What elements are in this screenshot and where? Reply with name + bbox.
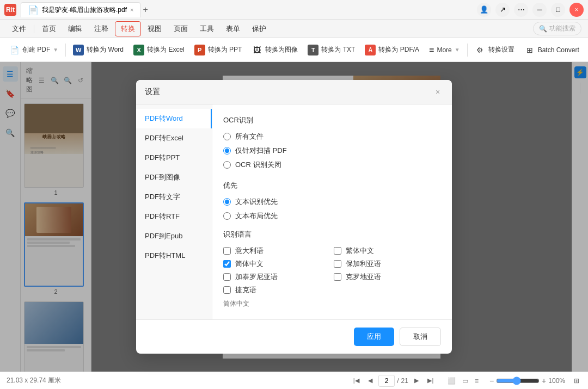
- lang-simp-chinese[interactable]: 简体中文: [223, 259, 330, 269]
- layout-priority-label: 文本布局优先: [235, 211, 278, 221]
- zoom-in-button[interactable]: +: [542, 376, 546, 385]
- menu-bar: 文件 首页 编辑 注释 转换 视图 页面 工具 表单 保护 🔍 功能搜索: [0, 20, 588, 38]
- to-image-button[interactable]: 🖼 转换为图像: [247, 42, 302, 58]
- page-sep: /: [397, 377, 399, 385]
- lang-bulgarian[interactable]: 保加利亚语: [334, 259, 441, 269]
- lang-trad-chinese[interactable]: 繁体中文: [334, 246, 441, 256]
- apply-button[interactable]: 应用: [354, 328, 394, 346]
- menu-convert[interactable]: 转换: [115, 21, 141, 36]
- lang-catalan-checkbox[interactable]: [223, 273, 231, 281]
- menu-file[interactable]: 文件: [7, 22, 32, 36]
- dialog-nav-pdf-to-image[interactable]: PDF到图像: [136, 168, 212, 187]
- lang-croatian-checkbox[interactable]: [334, 273, 341, 281]
- lang-catalan[interactable]: 加泰罗尼亚语: [223, 272, 330, 282]
- cancel-button[interactable]: 取消: [400, 328, 441, 346]
- ocr-all-files[interactable]: 所有文件: [223, 132, 441, 141]
- lang-bulgarian-checkbox[interactable]: [334, 260, 341, 268]
- create-pdf-button[interactable]: 📄 创建 PDF ▼: [4, 42, 63, 58]
- nav-prev-button[interactable]: ◀: [364, 375, 376, 387]
- zoom-controls: − + 100%: [489, 376, 565, 385]
- fit-page-button[interactable]: ⊞: [572, 376, 581, 386]
- dialog-nav-pdf-to-rtf[interactable]: PDF转RTF: [136, 207, 212, 226]
- batch-convert-button[interactable]: ⊞ Batch Convert: [520, 42, 584, 58]
- lang-italian-checkbox[interactable]: [223, 247, 231, 255]
- ocr-off-radio[interactable]: [223, 161, 231, 169]
- ocr-scanned-only[interactable]: 仅针对扫描 PDF: [223, 146, 441, 156]
- menu-view[interactable]: 视图: [142, 22, 167, 36]
- lang-czech-checkbox[interactable]: [223, 286, 231, 294]
- to-excel-button[interactable]: X 转换为 Excel: [129, 42, 189, 58]
- lang-trad-chinese-checkbox[interactable]: [334, 247, 341, 255]
- text-priority-radio[interactable]: [223, 198, 231, 206]
- menu-edit[interactable]: 编辑: [63, 22, 88, 36]
- main-area: ☰ 🔖 💬 🔍 缩略图 ☰ 🔍 🔍 ↺ ↻ 🗑 峨眉山·攻略: [0, 62, 588, 372]
- pdf-icon: 📄: [28, 5, 39, 15]
- to-image-label: 转换为图像: [265, 45, 298, 54]
- lang-simp-chinese-checkbox[interactable]: [223, 260, 231, 268]
- feature-search-label: 功能搜索: [549, 24, 575, 33]
- layout-priority-radio[interactable]: [223, 212, 231, 220]
- maximize-button[interactable]: □: [551, 3, 565, 17]
- nav-last-button[interactable]: ▶|: [425, 375, 437, 387]
- create-pdf-arrow: ▼: [53, 47, 58, 53]
- current-page-input[interactable]: [378, 375, 395, 387]
- ocr-radio-group: 所有文件 仅针对扫描 PDF OCR 识别关闭: [223, 132, 441, 170]
- convert-settings-button[interactable]: ⚙ 转换设置: [470, 42, 519, 58]
- minimize-button[interactable]: ─: [532, 3, 547, 17]
- user-avatar-button[interactable]: 👤: [477, 3, 491, 17]
- ocr-scanned-only-radio[interactable]: [223, 147, 231, 155]
- to-txt-button[interactable]: T 转换为 TXT: [303, 42, 359, 58]
- menu-dots-button[interactable]: ⋯: [514, 3, 528, 17]
- to-ppt-icon: P: [194, 45, 205, 55]
- menu-tools[interactable]: 工具: [194, 22, 219, 36]
- dialog-nav-pdf-to-word[interactable]: PDF转Word: [136, 109, 212, 128]
- dialog-nav-pdf-to-text[interactable]: PDF转文字: [136, 187, 212, 207]
- nav-first-button[interactable]: |◀: [350, 375, 362, 387]
- priority-radio-group: 文本识别优先 文本布局优先: [223, 197, 441, 221]
- new-tab-button[interactable]: +: [143, 5, 148, 15]
- to-word-button[interactable]: W 转换为 Word: [69, 42, 128, 58]
- lang-czech[interactable]: 捷克语: [223, 285, 330, 295]
- ocr-off[interactable]: OCR 识别关闭: [223, 160, 441, 170]
- dialog-nav-pdf-to-html[interactable]: PDF转HTML: [136, 246, 212, 265]
- batch-convert-icon: ⊞: [524, 45, 535, 55]
- app-icon: Rit: [4, 4, 16, 16]
- more-icon: ≡: [429, 45, 434, 55]
- to-pdfa-button[interactable]: A 转换为 PDF/A: [360, 42, 424, 58]
- double-page-button[interactable]: ▭: [460, 376, 470, 386]
- layout-priority[interactable]: 文本布局优先: [223, 211, 441, 221]
- text-recognition-priority[interactable]: 文本识别优先: [223, 197, 441, 207]
- dialog-footer: 应用 取消: [136, 319, 452, 354]
- zoom-out-button[interactable]: −: [489, 376, 494, 385]
- dialog-nav-pdf-to-epub[interactable]: PDF到Epub: [136, 226, 212, 246]
- share-button[interactable]: ↗: [495, 3, 510, 17]
- active-tab[interactable]: 📄 我是驴友-峨眉山旅游攻略.pdf ×: [21, 2, 140, 17]
- menu-home[interactable]: 首页: [36, 22, 62, 36]
- more-button[interactable]: ≡ More ▼: [425, 42, 464, 58]
- close-window-button[interactable]: ×: [569, 3, 584, 17]
- continuous-button[interactable]: ≡: [473, 376, 481, 386]
- to-excel-label: 转换为 Excel: [147, 45, 185, 54]
- lang-croatian-label: 克罗地亚语: [346, 272, 381, 282]
- ocr-scanned-label: 仅针对扫描 PDF: [235, 146, 287, 156]
- zoom-slider[interactable]: [496, 376, 540, 385]
- menu-protect[interactable]: 保护: [247, 22, 272, 36]
- lang-italian[interactable]: 意大利语: [223, 246, 330, 256]
- menu-form[interactable]: 表单: [220, 22, 246, 36]
- to-ppt-button[interactable]: P 转换为 PPT: [190, 42, 247, 58]
- lang-croatian[interactable]: 克罗地亚语: [334, 272, 441, 282]
- feature-search[interactable]: 🔍 功能搜索: [533, 22, 581, 35]
- dialog-body: PDF转Word PDF转Excel PDF转PPT PDF到图像 PDF转文字…: [136, 104, 452, 319]
- lang-catalan-label: 加泰罗尼亚语: [235, 272, 278, 282]
- menu-page[interactable]: 页面: [168, 22, 193, 36]
- single-page-button[interactable]: ⬜: [445, 376, 458, 386]
- dialog-nav-pdf-to-ppt[interactable]: PDF转PPT: [136, 148, 212, 168]
- dialog-overlay: 设置 × PDF转Word PDF转Excel PDF转PPT PDF到图像 P…: [0, 62, 588, 372]
- ocr-all-files-radio[interactable]: [223, 133, 231, 140]
- menu-annotate[interactable]: 注释: [89, 22, 114, 36]
- dialog-close-button[interactable]: ×: [432, 87, 443, 97]
- dialog-nav-pdf-to-excel[interactable]: PDF转Excel: [136, 128, 212, 148]
- tab-close-button[interactable]: ×: [130, 7, 133, 13]
- nav-next-button[interactable]: ▶: [411, 375, 422, 387]
- create-pdf-icon: 📄: [9, 45, 20, 55]
